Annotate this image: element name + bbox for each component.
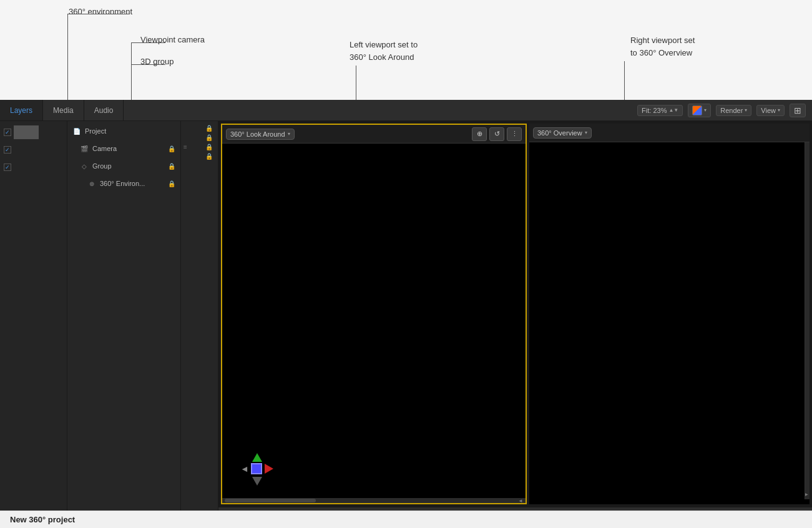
layout-btn[interactable]: ⊞ (790, 104, 806, 117)
audio-lock-4: 🔒 (205, 153, 213, 160)
layer-item-2[interactable] (0, 141, 67, 159)
layer-item-3[interactable] (0, 159, 67, 176)
right-vp-toolbar: 360° Overview ▾ (529, 124, 810, 142)
tab-media[interactable]: Media (43, 100, 84, 120)
left-vp-dropdown[interactable]: 360° Look Around ▾ (226, 129, 295, 140)
ann-line-5 (624, 61, 625, 100)
viewport-area: 360° Look Around ▾ ⊕ ↺ ⋮ (218, 121, 812, 528)
top-bar-right: Fit: 23% ▲▼ ▾ Render ▾ View ▾ ⊞ (631, 100, 812, 120)
tab-audio[interactable]: Audio (84, 100, 124, 120)
ann-line-3 (131, 64, 132, 100)
media-item-camera[interactable]: 🎬 Camera 🔒 (67, 140, 180, 157)
right-vp-dropdown[interactable]: 360° Overview ▾ (533, 127, 592, 139)
layer-thumbnail-1 (14, 125, 39, 139)
audio-panel: 🔒 🔒 ≡ 🔒 🔒 (181, 121, 218, 528)
left-vp-scrollbar-h[interactable]: ◄ (222, 498, 526, 503)
group-label: Group (92, 162, 112, 170)
ann-line-h1 (67, 14, 130, 14)
media-list: 📄 Project 🎬 Camera 🔒 ◇ Group 🔒 ⊕ 360° En… (67, 121, 180, 528)
tab-layers[interactable]: Layers (0, 100, 43, 120)
env-icon: ⊕ (87, 179, 96, 188)
left-vp-toolbar: 360° Look Around ▾ ⊕ ↺ ⋮ (222, 125, 526, 144)
content-area: 📄 Project 🎬 Camera 🔒 ◇ Group 🔒 ⊕ 360° En… (0, 121, 812, 528)
render-btn[interactable]: Render ▾ (716, 105, 751, 116)
layer-checkbox-2[interactable] (4, 146, 11, 154)
widget-right-arrow[interactable] (265, 464, 273, 474)
status-bar: New 360° project (0, 511, 812, 528)
project-label: Project (85, 127, 106, 135)
group-lock-icon: 🔒 (168, 163, 175, 170)
audio-icon-1: ≡ (183, 144, 187, 150)
widget-left-arrow[interactable]: ◄ (241, 465, 248, 472)
viewport-right: 360° Overview ▾ ▲ (529, 124, 810, 504)
main-ui: Layers Media Audio Fit: 23% ▲▼ ▾ Render … (0, 100, 812, 528)
ann-line-h3 (131, 64, 165, 65)
layer-item-1[interactable] (0, 124, 67, 141)
annotation-viewpoint: Viewpoint camera (140, 34, 205, 46)
layout-icon: ⊞ (794, 105, 801, 115)
widget-mid-row: ◄ (241, 463, 273, 474)
fit-chevron: ▲▼ (668, 107, 678, 113)
3d-widget: ◄ (241, 453, 273, 486)
annotation-3dgroup: 3D group (140, 56, 174, 67)
project-icon: 📄 (72, 127, 81, 135)
left-vp-btn-3[interactable]: ⋮ (507, 127, 522, 141)
left-vp-btn-1[interactable]: ⊕ (472, 127, 487, 141)
left-vp-canvas: ◄ (222, 144, 526, 498)
group-icon: ◇ (80, 162, 89, 170)
annotation-area: 360° environment Viewpoint camera 3D gro… (0, 0, 812, 100)
left-vp-chevron: ▾ (288, 131, 290, 137)
top-bar: Layers Media Audio Fit: 23% ▲▼ ▾ Render … (0, 100, 812, 121)
scroll-arrow-right: ▲ (804, 492, 810, 497)
ann-line-1 (67, 14, 68, 100)
layer-checkbox-1[interactable] (4, 129, 11, 136)
env-lock-icon: 🔒 (168, 180, 175, 187)
layers-panel (0, 121, 67, 528)
right-vp-label: 360° Overview (537, 129, 582, 137)
media-item-360env[interactable]: ⊕ 360° Environ... 🔒 (67, 175, 180, 192)
annotation-left-viewport: Left viewport set to360° Look Around (350, 39, 418, 63)
color-swatch (692, 105, 702, 115)
render-chevron: ▾ (745, 107, 747, 113)
ann-line-h2 (131, 42, 165, 43)
right-vp-chevron: ▾ (585, 130, 587, 135)
annotation-360env: 360° environment (69, 6, 132, 17)
viewport-left: 360° Look Around ▾ ⊕ ↺ ⋮ (221, 124, 527, 504)
ann-line-4 (356, 66, 356, 100)
ann-line-2 (131, 42, 132, 100)
status-text: New 360° project (10, 515, 75, 524)
annotation-right-viewport: Right viewport setto 360° Overview (630, 34, 695, 59)
view-chevron: ▾ (778, 107, 780, 113)
camera-label: Camera (92, 145, 117, 152)
color-swatch-btn[interactable]: ▾ (688, 104, 711, 117)
widget-down-arrow[interactable] (252, 477, 262, 486)
left-vp-label: 360° Look Around (230, 130, 285, 138)
layer-checkbox-3[interactable] (4, 164, 11, 171)
camera-icon: 🎬 (80, 144, 89, 153)
camera-lock-icon: 🔒 (168, 145, 175, 152)
widget-up-arrow[interactable] (252, 453, 262, 462)
widget-down-row (252, 476, 262, 486)
audio-lock-2: 🔒 (205, 134, 213, 141)
media-panel: 📄 Project 🎬 Camera 🔒 ◇ Group 🔒 ⊕ 360° En… (67, 121, 181, 528)
right-vp-canvas (529, 142, 810, 504)
widget-up-row (252, 453, 262, 462)
view-btn[interactable]: View ▾ (756, 105, 785, 116)
widget-center-box[interactable] (251, 463, 262, 474)
media-item-project[interactable]: 📄 Project (67, 122, 180, 140)
scrollbar-thumb-h[interactable] (225, 499, 316, 502)
scroll-ptr: ◄ (518, 498, 523, 504)
layers-list (0, 121, 67, 528)
media-item-group[interactable]: ◇ Group 🔒 (67, 157, 180, 175)
audio-lock-1: 🔒 (205, 125, 213, 132)
left-vp-btn-2[interactable]: ↺ (489, 127, 504, 141)
right-vp-scrollbar-v[interactable]: ▲ (805, 142, 810, 499)
color-chevron: ▾ (704, 107, 707, 113)
audio-lock-3: 🔒 (205, 144, 213, 150)
fit-control[interactable]: Fit: 23% ▲▼ (637, 105, 683, 116)
env-label: 360° Environ... (100, 180, 145, 187)
viewport-row: 360° Look Around ▾ ⊕ ↺ ⋮ (218, 121, 812, 507)
